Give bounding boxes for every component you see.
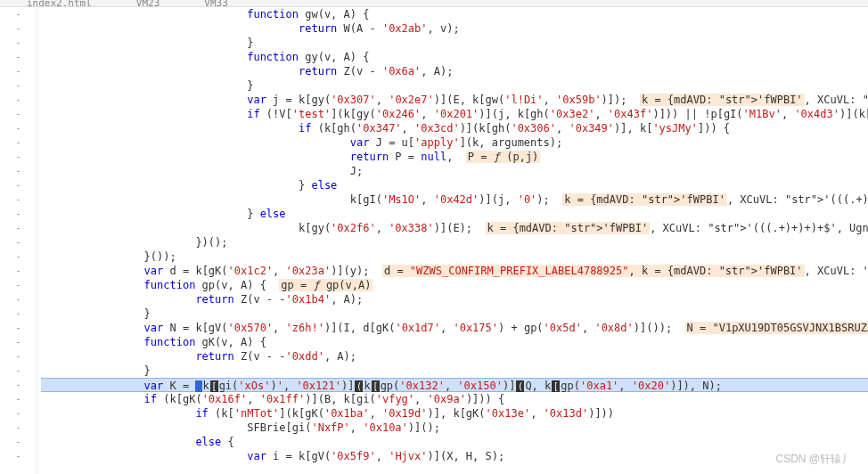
code-line[interactable]: if (k['nMTot'](k[gK('0x1ba', '0x19d')], … [41, 406, 868, 421]
code-line[interactable]: SFBrie[gi('NxfP', '0x10a')](); [41, 421, 868, 435]
editor-tabs: index2.html VM23 VM33 [0, 0, 868, 7]
code-line[interactable]: return Z(v - -'0x1b4', A); [41, 292, 868, 306]
gutter-mark: - [0, 292, 37, 306]
code-line[interactable]: } [41, 78, 868, 93]
code-line[interactable]: function gy(v, A) { [41, 50, 868, 64]
gutter-mark: - [0, 207, 37, 221]
gutter-mark: - [0, 107, 37, 121]
code-line[interactable]: var J = u['apply'](k, arguments); [41, 135, 868, 150]
code-area: -------------------------------- functio… [0, 7, 868, 474]
gutter-mark: - [0, 406, 37, 421]
code-line[interactable]: })(); [41, 235, 868, 249]
code-line[interactable]: k[gI('Ms1O', '0x42d')](j, '0'); k = {mdA… [41, 192, 868, 207]
gutter-mark: - [0, 78, 37, 93]
gutter-mark: - [0, 192, 37, 207]
gutter-mark: - [0, 378, 37, 392]
code-line[interactable]: if (k[gh('0x347', '0x3cd')](k[gh('0x306'… [41, 121, 868, 135]
code-line[interactable]: if (!V['test'](k[gy('0x246', '0x201')](j… [41, 107, 868, 121]
gutter-mark: - [0, 36, 37, 50]
gutter-mark: - [0, 178, 37, 192]
code-line[interactable]: return Z(v - -'0xdd', A); [41, 349, 868, 364]
code-line[interactable]: function gK(v, A) { [41, 335, 868, 349]
gutter-mark: - [0, 235, 37, 249]
gutter-mark: - [0, 150, 37, 164]
gutter-mark: - [0, 7, 37, 21]
code-line[interactable]: } else [41, 207, 868, 221]
code-editor[interactable]: function gw(v, A) { return W(A - '0x2ab'… [37, 7, 868, 474]
code-line[interactable]: var i = k[gV('0x5f9', 'Hjvx')](X, H, S); [41, 449, 868, 463]
gutter-mark: - [0, 21, 37, 36]
code-line[interactable]: } [41, 36, 868, 50]
gutter-mark: - [0, 264, 37, 278]
gutter-mark: - [0, 135, 37, 150]
gutter-mark: - [0, 321, 37, 335]
gutter-mark: - [0, 435, 37, 449]
code-line[interactable]: } else [41, 178, 868, 192]
gutter-mark: - [0, 221, 37, 235]
code-line[interactable]: } [41, 306, 868, 321]
gutter-mark: - [0, 364, 37, 378]
code-line[interactable]: }()); [41, 249, 868, 264]
gutter-mark: - [0, 349, 37, 364]
gutter-mark: - [0, 121, 37, 135]
gutter-mark: - [0, 421, 37, 435]
code-line[interactable]: if (k[gK('0x16f', '0x1ff')](B, k[gi('vfy… [41, 392, 868, 406]
gutter-mark: - [0, 50, 37, 64]
code-line[interactable]: return P = null, P = ƒ (p,j) [41, 150, 868, 164]
gutter-mark: - [0, 449, 37, 463]
gutter-mark: - [0, 249, 37, 264]
gutter-mark: - [0, 64, 37, 78]
code-line[interactable]: function gp(v, A) { gp = ƒ gp(v,A) [41, 278, 868, 292]
code-line[interactable]: J; [41, 164, 868, 178]
watermark: CSDN @轩辕丿 [775, 452, 852, 467]
code-line[interactable]: var K = k[gi('xOs')', '0x121')](k[gp('0x… [41, 378, 868, 392]
gutter-mark: - [0, 164, 37, 178]
code-line[interactable]: k[gy('0x2f6', '0x338')](E); k = {mdAVD: … [41, 221, 868, 235]
code-line[interactable]: return Z(v - '0x6a', A); [41, 64, 868, 78]
code-line[interactable]: var d = k[gK('0x1c2', '0x23a')](y); d = … [41, 264, 868, 278]
code-line[interactable]: return W(A - '0x2ab', v); [41, 21, 868, 36]
code-line[interactable]: } [41, 364, 868, 378]
code-line[interactable]: var N = k[gV('0x570', 'z6h!')](I, d[gK('… [41, 321, 868, 335]
gutter-mark: - [0, 93, 37, 107]
gutter-mark: - [0, 392, 37, 406]
gutter-mark: - [0, 278, 37, 292]
code-line[interactable]: function gw(v, A) { [41, 7, 868, 21]
code-line[interactable]: var j = k[gy('0x307', '0x2e7')](E, k[gw(… [41, 93, 868, 107]
gutter-mark: - [0, 306, 37, 321]
gutter: -------------------------------- [0, 7, 37, 474]
gutter-mark: - [0, 335, 37, 349]
code-line[interactable]: else { [41, 435, 868, 449]
